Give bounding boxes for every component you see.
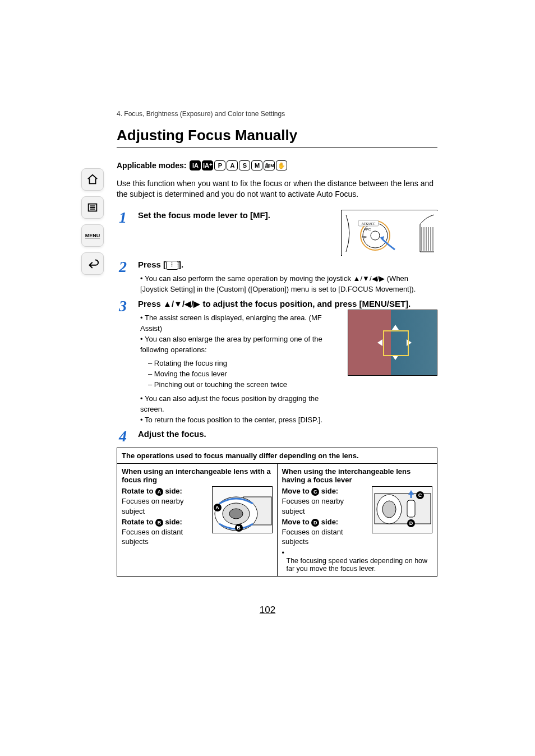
badge-d-icon: D — [311, 519, 319, 527]
sidebar-nav: MENU — [81, 168, 104, 275]
step-number: 4 — [117, 428, 129, 444]
svg-point-22 — [382, 501, 396, 518]
step-2-heading: Press []. — [138, 259, 437, 270]
af-area-button-icon — [166, 261, 178, 270]
title-divider — [117, 147, 437, 148]
intro-text: Use this function when you want to fix t… — [117, 178, 437, 200]
modes-label: Applicable modes: — [117, 161, 186, 170]
contents-icon — [86, 201, 99, 214]
step-2: 2 Press []. You can also perform the sam… — [117, 259, 437, 295]
step-number: 2 — [117, 259, 129, 275]
diagram-label-afs: AFS/AFF — [362, 222, 376, 225]
focus-mode-lever-diagram: AFS/AFF AFC MF — [341, 210, 437, 256]
step-3: 3 Press ▲/▼/◀/▶ to adjust the focus posi… — [117, 298, 437, 426]
arrow-down-icon — [392, 355, 399, 360]
step-3-bullet-1: The assist screen is displayed, enlargin… — [140, 313, 340, 334]
mode-p-icon: P — [214, 160, 225, 170]
focus-lever-note: The focusing speed varies depending on h… — [282, 549, 433, 573]
menu-button[interactable]: MENU — [81, 224, 104, 247]
badge-b-icon: B — [155, 519, 163, 527]
step-1: 1 Set the focus mode lever to [MF]. AFS/… — [117, 210, 437, 256]
diagram-label-mf: MF — [362, 236, 367, 239]
focus-ring-diagram: A B — [212, 486, 273, 533]
svg-point-6 — [371, 231, 380, 240]
page-number: 102 — [0, 605, 535, 616]
step-4-heading: Adjust the focus. — [138, 428, 437, 440]
modes-icons: iA iA⁺ P A S M 🎥M ✋ — [190, 160, 287, 170]
contents-button[interactable] — [81, 196, 104, 219]
move-c-row: Move to C side: Focuses on nearby subjec… — [282, 486, 368, 516]
page-content: 4. Focus, Brightness (Exposure) and Colo… — [117, 110, 437, 577]
badge-a-icon: A — [155, 488, 163, 496]
svg-point-19 — [229, 509, 243, 519]
rotate-b-row: Rotate to B side: Focuses on distant sub… — [122, 517, 207, 547]
step-number: 3 — [117, 298, 129, 314]
badge-a-marker: A — [214, 504, 222, 511]
arrow-left-icon — [377, 339, 382, 346]
badge-b-marker: B — [235, 524, 243, 532]
table-col-focus-lever: When using the interchangeable lens havi… — [278, 464, 437, 575]
arrow-right-icon — [407, 339, 412, 346]
diagram-label-afc: AFC — [364, 228, 371, 231]
focus-lever-diagram: C D — [372, 486, 432, 533]
table-header: The operations used to focus manually di… — [117, 448, 437, 464]
col-right-title: When using the interchangeable lens havi… — [282, 467, 411, 484]
svg-marker-24 — [408, 490, 414, 495]
back-button[interactable] — [81, 252, 104, 275]
mode-a-icon: A — [227, 160, 238, 170]
step-2-bullet: You can also perform the same operation … — [140, 274, 437, 295]
step-1-heading: Set the focus mode lever to [MF]. — [138, 210, 333, 221]
move-d-row: Move to D side: Focuses on distant subje… — [282, 517, 368, 547]
lens-operations-table: The operations used to focus manually di… — [117, 448, 437, 576]
back-icon — [86, 257, 99, 270]
home-button[interactable] — [81, 168, 104, 191]
step-3-bullet-2: You can also enlarge the area by perform… — [140, 334, 340, 356]
breadcrumb: 4. Focus, Brightness (Exposure) and Colo… — [117, 110, 437, 118]
rotate-a-row: Rotate to A side: Focuses on nearby subj… — [122, 486, 207, 516]
mode-ia-icon: iA — [190, 160, 201, 170]
home-icon — [86, 173, 99, 186]
badge-c-icon: C — [311, 488, 319, 496]
svg-rect-23 — [407, 500, 415, 517]
col-left-title: When using an interchangeable lens with … — [122, 467, 271, 484]
step-4: 4 Adjust the focus. — [117, 428, 437, 444]
step-3-heading: Press ▲/▼/◀/▶ to adjust the focus positi… — [138, 298, 437, 310]
mf-assist-screen-diagram — [348, 310, 437, 376]
mode-m-icon: M — [251, 160, 262, 170]
arrow-up-icon — [392, 325, 399, 330]
page-title: Adjusting Focus Manually — [117, 127, 437, 144]
applicable-modes-row: Applicable modes: iA iA⁺ P A S M 🎥M ✋ — [117, 160, 437, 170]
step-3-bullet-3: You can also adjust the focus position b… — [140, 394, 340, 415]
step-3-dash-2: Moving the focus lever — [148, 369, 340, 380]
menu-label: MENU — [85, 233, 100, 238]
step-3-dash-1: Rotating the focus ring — [148, 358, 340, 369]
step-3-dash-3: Pinching out or touching the screen twic… — [148, 380, 340, 390]
mode-iaplus-icon: iA⁺ — [202, 160, 213, 170]
step-3-bullet-4: To return the focus position to the cent… — [140, 415, 340, 426]
mode-movie-icon: 🎥M — [264, 160, 275, 170]
table-col-focus-ring: When using an interchangeable lens with … — [117, 464, 278, 575]
mode-custom-icon: ✋ — [276, 160, 287, 170]
mode-s-icon: S — [239, 160, 250, 170]
step-number: 1 — [117, 210, 129, 225]
